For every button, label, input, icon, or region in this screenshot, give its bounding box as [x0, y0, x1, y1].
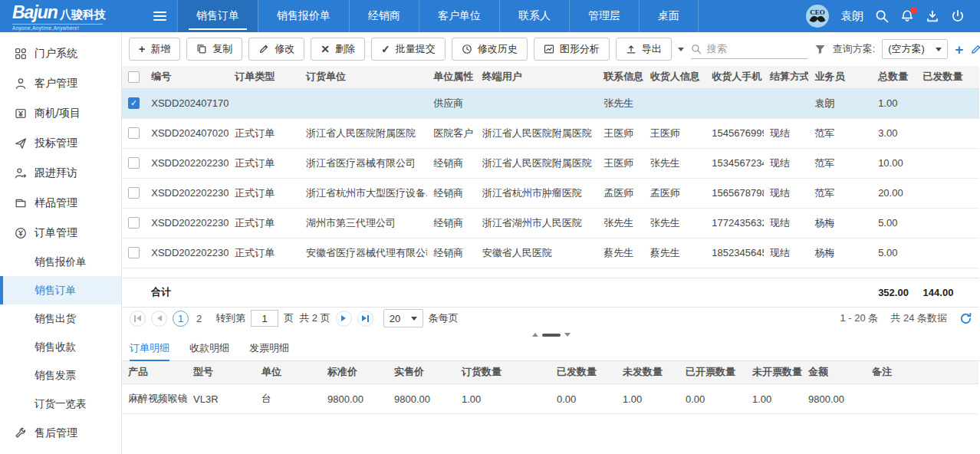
cell-customer-link[interactable]: 湖州市第三代理公司: [300, 208, 427, 238]
sidebar-item-opportunities[interactable]: 商机/项目: [0, 98, 121, 128]
order-row[interactable]: XSDD20220223004 正式订单 安徽省医疗器械代理有限公司 经销商 安…: [122, 238, 979, 268]
dcol-order-qty[interactable]: 订货数量: [455, 361, 551, 384]
sidebar-item-sales-invoice[interactable]: 销售发票: [0, 361, 121, 390]
dcol-uninvoiced-qty[interactable]: 未开票数量: [746, 361, 802, 384]
search-input[interactable]: [705, 42, 794, 55]
sidebar-item-after-sales[interactable]: 售后管理: [0, 418, 121, 448]
user-avatar[interactable]: CEO: [806, 5, 829, 28]
edit-button[interactable]: 修改: [248, 38, 304, 61]
cell-checkbox[interactable]: [122, 88, 145, 118]
col-total-qty[interactable]: 总数量: [872, 66, 916, 88]
next-page-button[interactable]: [336, 311, 352, 327]
row-checkbox[interactable]: [128, 247, 140, 258]
order-row[interactable]: XSDD20220223001 正式订单 浙江省医疗器械有限公司 经销商 浙江省…: [122, 148, 979, 178]
prev-page-button[interactable]: [151, 311, 167, 327]
header-select-all[interactable]: [122, 66, 145, 88]
col-customer[interactable]: 订货单位: [300, 66, 427, 88]
cell-checkbox[interactable]: [122, 118, 145, 148]
col-contact[interactable]: 联系信息: [597, 66, 644, 88]
cell-customer-link[interactable]: [300, 88, 427, 118]
order-row[interactable]: XSDD20220223003 正式订单 湖州市第三代理公司 经销商 浙江省湖州…: [122, 208, 979, 238]
dcol-amount[interactable]: 金额: [802, 361, 866, 384]
cell-checkbox[interactable]: [122, 238, 145, 268]
dcol-product[interactable]: 产品: [122, 361, 187, 384]
cell-customer-link[interactable]: 浙江省人民医院附属医院: [300, 118, 427, 148]
nav-tab-customer[interactable]: 客户单位: [419, 0, 499, 32]
dcol-unit[interactable]: 单位: [255, 361, 321, 384]
col-order-no[interactable]: 编号: [145, 66, 229, 88]
filter-funnel-icon[interactable]: [814, 44, 826, 55]
download-icon[interactable]: [926, 9, 939, 23]
nav-tab-dealer[interactable]: 经销商: [349, 0, 419, 32]
cell-order-no[interactable]: XSDD20240702001: [145, 118, 229, 148]
copy-button[interactable]: 复制: [186, 38, 242, 61]
sidebar-item-orders[interactable]: 订单管理: [0, 218, 121, 248]
sidebar-item-customers[interactable]: 客户管理: [0, 68, 121, 98]
refresh-icon[interactable]: [959, 312, 972, 325]
col-receiver[interactable]: 收货人信息: [644, 66, 706, 88]
nav-tab-contact[interactable]: 联系人: [499, 0, 569, 32]
page-number-2[interactable]: 2: [194, 313, 204, 324]
row-checkbox[interactable]: [128, 127, 140, 139]
user-name[interactable]: 袁朗: [840, 9, 863, 24]
dcol-model[interactable]: 型号: [187, 361, 255, 384]
add-button[interactable]: +新增: [129, 38, 180, 61]
history-button[interactable]: 修改历史: [452, 38, 528, 61]
cell-checkbox[interactable]: [122, 178, 145, 208]
splitter-handle[interactable]: [542, 334, 561, 337]
order-row[interactable]: XSDD20220223002 正式订单 浙江省杭州市大型医疗设备... 经销商…: [122, 178, 979, 208]
search-options-caret-icon[interactable]: [678, 48, 684, 54]
nav-tab-desktop[interactable]: 桌面: [639, 0, 699, 32]
nav-tab-sales-quote[interactable]: 销售报价单: [258, 0, 349, 32]
dcol-std-price[interactable]: 标准价: [321, 361, 388, 384]
col-end-user[interactable]: 终端用户: [476, 66, 597, 88]
chart-analysis-button[interactable]: 图形分析: [534, 38, 610, 61]
sidebar-item-sales-shipment[interactable]: 销售出货: [0, 304, 121, 333]
app-logo[interactable]: Bajun 八骏科技 Anyone,Anytime,Anywhere!: [0, 0, 142, 32]
sidebar-item-sales-receipt[interactable]: 销售收款: [0, 333, 121, 361]
order-row[interactable]: XSDD20240702001 正式订单 浙江省人民医院附属医院 医院客户 浙江…: [122, 118, 979, 148]
tab-receipt-detail[interactable]: 收款明细: [189, 341, 229, 361]
detail-row[interactable]: 麻醉视频喉镜 VL3R 台 9800.00 9800.00 1.00 0.00 …: [122, 384, 978, 414]
row-checkbox[interactable]: [128, 217, 140, 229]
tab-invoice-detail[interactable]: 发票明细: [249, 341, 289, 361]
nav-tab-management[interactable]: 管理层: [569, 0, 639, 32]
cell-checkbox[interactable]: [122, 208, 145, 238]
batch-submit-button[interactable]: ✓批量提交: [371, 38, 446, 61]
first-page-button[interactable]: [130, 311, 146, 327]
cell-order-no[interactable]: XSDD20240717001: [145, 88, 229, 118]
sidebar-item-bidding[interactable]: 投标管理: [0, 128, 121, 158]
power-logout-icon[interactable]: [951, 9, 965, 23]
panel-splitter[interactable]: [122, 330, 980, 340]
col-settlement[interactable]: 结算方式: [764, 66, 808, 88]
page-size-select[interactable]: 20: [383, 309, 423, 327]
cell-order-no[interactable]: XSDD20220223001: [145, 148, 229, 178]
menu-hamburger-icon[interactable]: [142, 0, 177, 32]
cell-checkbox[interactable]: [122, 148, 145, 178]
dcol-shipped-qty[interactable]: 已发数量: [551, 361, 617, 384]
sidebar-item-samples[interactable]: 样品管理: [0, 188, 121, 218]
cell-order-no[interactable]: XSDD20220223004: [145, 238, 229, 268]
col-salesman[interactable]: 业务员: [808, 66, 872, 88]
collapse-up-icon[interactable]: [532, 333, 538, 337]
cell-customer-link[interactable]: 浙江省医疗器械有限公司: [300, 148, 427, 178]
delete-button[interactable]: ✕删除: [311, 38, 365, 61]
col-customer-attr[interactable]: 单位属性: [427, 66, 476, 88]
export-button[interactable]: 导出: [616, 38, 672, 61]
cell-order-no[interactable]: XSDD20220223002: [145, 178, 229, 208]
goto-page-input[interactable]: [251, 310, 278, 327]
add-query-plan-button[interactable]: +: [955, 42, 963, 57]
dcol-sell-price[interactable]: 实售价: [388, 361, 455, 384]
row-checkbox[interactable]: [128, 187, 140, 199]
col-unshipped-qty[interactable]: 未发数量: [976, 66, 979, 88]
dcol-remark[interactable]: 备注: [866, 361, 978, 384]
last-page-button[interactable]: [357, 311, 373, 327]
tab-order-detail[interactable]: 订单明细: [130, 341, 169, 361]
cell-order-no[interactable]: XSDD20220223003: [145, 208, 229, 238]
sidebar-item-follow-up[interactable]: 跟进拜访: [0, 158, 121, 188]
sidebar-item-order-overview[interactable]: 订货一览表: [0, 390, 121, 418]
nav-tab-sales-order[interactable]: 销售订单: [177, 0, 258, 32]
page-number-1[interactable]: 1: [173, 311, 189, 327]
sidebar-item-portal[interactable]: 门户系统: [0, 38, 121, 68]
select-all-checkbox[interactable]: [128, 71, 140, 83]
